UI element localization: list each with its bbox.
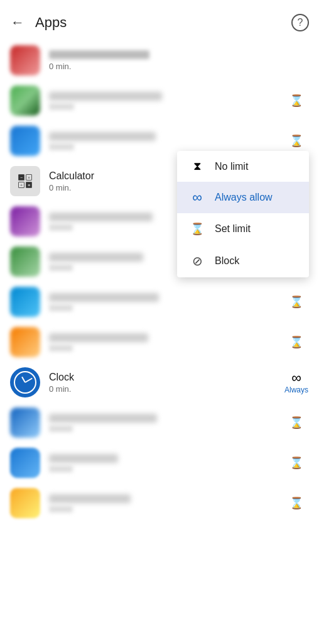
- app-icon: [10, 287, 40, 317]
- app-name: [49, 454, 118, 463]
- app-name: [49, 132, 156, 141]
- time-control: ⌛: [284, 94, 309, 108]
- app-time: [49, 425, 73, 432]
- page-title: Apps: [35, 14, 67, 31]
- back-arrow-icon: ←: [11, 14, 24, 31]
- list-item-clock[interactable]: Clock 0 min. ∞ Always: [0, 362, 319, 402]
- calc-cell: ≡: [26, 182, 32, 188]
- app-icon: [10, 327, 40, 357]
- app-time: [49, 224, 73, 231]
- list-item[interactable]: 0 min.: [0, 40, 319, 80]
- app-name: [49, 293, 159, 302]
- app-time: [49, 345, 73, 352]
- help-icon: ?: [298, 17, 303, 28]
- app-icon-calculator: − × + ≡: [10, 166, 40, 196]
- list-item[interactable]: ⌛: [0, 322, 319, 362]
- dropdown-item-set-limit[interactable]: ⌛ Set limit: [177, 213, 309, 245]
- list-item[interactable]: ⌛: [0, 402, 319, 443]
- app-info: [40, 454, 284, 472]
- app-info: [40, 494, 284, 513]
- app-name: [49, 414, 157, 423]
- list-item[interactable]: ⌛: [0, 483, 319, 523]
- time-control: ⌛: [284, 496, 309, 510]
- app-time: [49, 465, 73, 472]
- app-name: [49, 50, 149, 59]
- always-allow-icon: ∞: [291, 371, 301, 385]
- app-name: Clock: [49, 372, 284, 383]
- calc-cell: ×: [26, 174, 32, 180]
- dropdown-item-label: Block: [215, 255, 239, 267]
- app-time: [49, 506, 73, 513]
- set-limit-icon: ⌛: [190, 222, 205, 236]
- app-info: 0 min.: [40, 50, 309, 71]
- app-name: [49, 494, 131, 503]
- hourglass-icon: ⌛: [289, 94, 303, 108]
- list-item[interactable]: ⌛: [0, 443, 319, 483]
- app-icon: [10, 126, 40, 156]
- dropdown-item-block[interactable]: ⊘ Block: [177, 245, 309, 277]
- time-control-always: ∞ Always: [284, 371, 309, 394]
- app-icon: [10, 206, 40, 236]
- app-info: [40, 414, 284, 432]
- app-info: [40, 293, 284, 311]
- time-control: ⌛: [284, 416, 309, 430]
- hourglass-icon: ⌛: [289, 496, 303, 510]
- app-icon: [10, 488, 40, 518]
- app-info: [40, 333, 284, 352]
- dropdown-item-label: Always allow: [215, 192, 273, 203]
- app-info: [40, 132, 284, 150]
- block-icon: ⊘: [190, 253, 205, 269]
- app-icon: [10, 45, 40, 75]
- header: ← Apps ?: [0, 0, 319, 40]
- back-button[interactable]: ←: [5, 10, 30, 35]
- app-time: [49, 143, 74, 150]
- list-item[interactable]: ⌛: [0, 282, 319, 322]
- help-button[interactable]: ?: [291, 14, 309, 31]
- hourglass-icon: ⌛: [289, 456, 303, 470]
- always-allow-dropdown-icon: ∞: [190, 191, 205, 204]
- app-time: [49, 304, 73, 311]
- app-name: [49, 92, 162, 101]
- app-icon: [10, 448, 40, 478]
- app-name: [49, 253, 143, 262]
- app-list: 0 min. ⌛ ⌛ − × +: [0, 40, 319, 523]
- app-time: 0 min.: [49, 384, 284, 394]
- no-limit-icon: ⧗: [190, 160, 205, 173]
- clock-hand-min-icon: [25, 378, 33, 383]
- app-info: [40, 92, 284, 110]
- dropdown-menu: ⧗ No limit ∞ Always allow ⌛ Set limit ⊘ …: [177, 151, 309, 277]
- app-icon: [10, 408, 40, 438]
- dropdown-item-always-allow[interactable]: ∞ Always allow: [177, 182, 309, 213]
- app-time: 0 min.: [49, 62, 309, 71]
- hourglass-icon: ⌛: [289, 335, 303, 349]
- hourglass-icon: ⌛: [289, 416, 303, 430]
- dropdown-item-label: Set limit: [215, 223, 251, 235]
- calc-cell: −: [18, 174, 24, 180]
- calc-cell: +: [18, 182, 24, 188]
- app-time: [49, 264, 73, 271]
- time-control: ⌛: [284, 335, 309, 349]
- dropdown-item-no-limit[interactable]: ⧗ No limit: [177, 151, 309, 182]
- header-left: ← Apps: [5, 10, 67, 35]
- app-name: [49, 333, 148, 342]
- app-time: [49, 103, 74, 110]
- app-icon-clock: [10, 367, 40, 397]
- clock-face: [14, 371, 36, 394]
- always-label: Always: [284, 386, 308, 394]
- hourglass-icon: ⌛: [289, 295, 303, 309]
- time-control: ⌛: [284, 456, 309, 470]
- dropdown-item-label: No limit: [215, 161, 248, 172]
- time-control: ⌛: [284, 295, 309, 309]
- app-name: [49, 213, 153, 221]
- app-info: Clock 0 min.: [40, 372, 284, 394]
- app-icon: [10, 247, 40, 277]
- hourglass-icon: ⌛: [289, 134, 303, 148]
- time-control: ⌛: [284, 134, 309, 148]
- app-icon: [10, 86, 40, 116]
- list-item[interactable]: ⌛: [0, 80, 319, 121]
